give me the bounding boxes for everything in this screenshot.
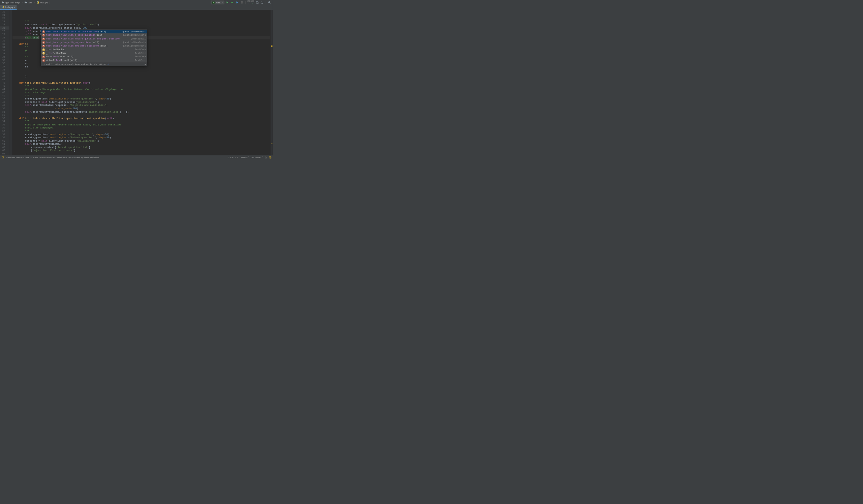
code-line[interactable]: create_question(question_text="Past ques… xyxy=(12,133,270,136)
breadcrumb-item[interactable]: djtp_first_steps xyxy=(1,1,22,4)
line-number[interactable]: 28 xyxy=(0,36,10,39)
line-number[interactable]: 49 xyxy=(0,104,10,107)
line-number[interactable]: 35 xyxy=(0,59,10,62)
line-number[interactable]: 45 xyxy=(0,91,10,94)
search-everywhere-button[interactable] xyxy=(267,0,271,4)
line-number[interactable]: 54 xyxy=(0,120,10,123)
autocomplete-item[interactable]: mtest_index_view_with_two_past_questions… xyxy=(41,44,147,48)
autocomplete-item[interactable]: f_testMethodNameTestCase xyxy=(41,51,147,55)
stop-button[interactable] xyxy=(240,0,244,4)
breadcrumb-item[interactable]: tests.py xyxy=(36,1,49,4)
code-line[interactable] xyxy=(12,68,270,72)
autocomplete-item[interactable]: mtest_index_view_with_a_past_question(se… xyxy=(41,33,147,37)
line-separator-selector[interactable]: LF⌃ xyxy=(235,156,239,159)
code-line[interactable]: """ xyxy=(12,84,270,88)
autocomplete-item[interactable]: mtest_index_view_with_future_question_an… xyxy=(41,37,147,41)
line-number[interactable]: 50 xyxy=(0,107,10,110)
code-line[interactable]: self.assertEqual(response.status_code, 2… xyxy=(12,26,270,30)
inspections-status-icon[interactable] xyxy=(269,156,272,159)
breadcrumb-item[interactable]: polls xyxy=(24,1,34,4)
hint-link[interactable]: >> xyxy=(107,62,109,66)
code-line[interactable]: status_code=200) xyxy=(12,107,270,110)
code-line[interactable]: response = self.client.get(reverse('poll… xyxy=(12,100,270,104)
line-number[interactable]: 47 xyxy=(0,98,10,101)
line-number[interactable]: 56 xyxy=(0,126,10,130)
line-number[interactable]: 62 xyxy=(0,146,10,149)
code-line[interactable]: should be displayed. xyxy=(12,126,270,130)
autocomplete-item[interactable]: mtest_index_view_with_a_future_question(… xyxy=(41,30,147,33)
code-line[interactable]: """ xyxy=(12,20,270,23)
line-number[interactable]: 20 xyxy=(0,10,10,13)
line-number[interactable]: 44 xyxy=(0,88,10,91)
code-line[interactable]: """ xyxy=(12,94,270,98)
code-line[interactable]: self.assertContains(response, "No polls … xyxy=(12,104,270,107)
line-number[interactable]: 63 xyxy=(0,149,10,152)
line-number[interactable]: 34 xyxy=(0,55,10,59)
code-line[interactable]: response.context['latest_question_list']… xyxy=(12,146,270,149)
code-area[interactable]: """ response = self.client.get(reverse('… xyxy=(12,10,270,155)
line-number[interactable]: 36 xyxy=(0,62,10,65)
line-number[interactable]: 39 xyxy=(0,72,10,75)
line-number[interactable]: 58 xyxy=(0,133,10,136)
line-number[interactable]: 22 xyxy=(0,17,10,20)
line-number[interactable]: 60 xyxy=(0,139,10,142)
line-number[interactable]: 48 xyxy=(0,100,10,104)
line-number[interactable]: 32 xyxy=(0,49,10,52)
encoding-selector[interactable]: UTF-8⌃ xyxy=(241,156,249,159)
revert-button[interactable] xyxy=(260,0,264,4)
autocomplete-item[interactable]: mdefaultTestResult(self)TestCase xyxy=(41,59,147,62)
code-line[interactable]: def test_index_view_with_a_future_questi… xyxy=(12,81,270,85)
debug-button[interactable] xyxy=(230,0,234,4)
line-number[interactable]: 40 xyxy=(0,75,10,78)
gutter[interactable]: 2021222324252627282930313233343536373839… xyxy=(0,10,10,155)
read-only-toggle[interactable] xyxy=(265,156,267,159)
fold-column[interactable] xyxy=(10,10,12,155)
code-line[interactable]: Questions with a pub_date in the future … xyxy=(12,88,270,91)
line-number[interactable]: 31 xyxy=(0,46,10,49)
code-line[interactable] xyxy=(12,113,270,117)
code-line[interactable]: ['<Question: Past question.>'] xyxy=(12,149,270,152)
code-line[interactable]: self.assertQuerysetEqual( xyxy=(12,142,270,146)
code-line[interactable]: response = self.client.get(reverse('poll… xyxy=(12,23,270,27)
vcs-update-button[interactable]: VCS↓ xyxy=(248,0,250,5)
line-number[interactable]: 33 xyxy=(0,52,10,55)
line-number[interactable]: 53 xyxy=(0,117,10,120)
line-number[interactable]: 61 xyxy=(0,142,10,146)
autocomplete-item[interactable]: mtest_index_view_with_no_questions(self)… xyxy=(41,40,147,44)
autocomplete-item[interactable]: mcountTestCases(self)TestCase xyxy=(41,55,147,59)
line-number[interactable]: 41 xyxy=(0,78,10,81)
line-number[interactable]: 26 xyxy=(0,30,10,33)
code-line[interactable] xyxy=(12,78,270,81)
code-line[interactable]: response = self.client.get(reverse('poll… xyxy=(12,139,270,142)
line-number[interactable]: 21 xyxy=(0,13,10,17)
line-number[interactable]: 43 xyxy=(0,84,10,88)
line-number[interactable]: 25 xyxy=(0,26,10,30)
line-number[interactable]: 38 xyxy=(0,68,10,72)
autocomplete-item[interactable]: f_testMethodDocTestCase xyxy=(41,48,147,52)
caret-position[interactable]: 25:18 xyxy=(228,156,233,159)
close-tab-icon[interactable]: × xyxy=(14,6,15,9)
line-number[interactable]: 57 xyxy=(0,129,10,133)
line-number[interactable]: 24 xyxy=(0,23,10,27)
code-line[interactable]: self.assertQuerysetEqual(response.contex… xyxy=(12,110,270,114)
line-number[interactable]: 27 xyxy=(0,33,10,36)
vcs-commit-button[interactable]: VCS↑ xyxy=(251,0,254,5)
git-branch-selector[interactable]: Git: master⌃ xyxy=(251,156,263,159)
code-line[interactable]: def test_index_view_with_future_question… xyxy=(12,117,270,120)
error-stripe[interactable] xyxy=(270,10,273,155)
line-number[interactable]: 37 xyxy=(0,65,10,68)
code-line[interactable]: the index page. xyxy=(12,91,270,94)
line-number[interactable]: 30 xyxy=(0,42,10,46)
line-number[interactable]: 52 xyxy=(0,113,10,117)
code-line[interactable]: create_question(question_text="Future qu… xyxy=(12,98,270,101)
code-line[interactable]: create_question(question_text="Future qu… xyxy=(12,136,270,139)
line-number[interactable]: 55 xyxy=(0,123,10,126)
line-number[interactable]: 46 xyxy=(0,94,10,98)
code-line[interactable]: ) xyxy=(12,152,270,155)
line-number[interactable]: 23 xyxy=(0,20,10,23)
run-button[interactable] xyxy=(225,0,229,4)
line-number[interactable]: 51 xyxy=(0,110,10,114)
editor-tab-tests[interactable]: tests.py × xyxy=(0,5,17,10)
line-number[interactable]: 64 xyxy=(0,152,10,155)
code-line[interactable]: Even if both past and future questions e… xyxy=(12,123,270,126)
